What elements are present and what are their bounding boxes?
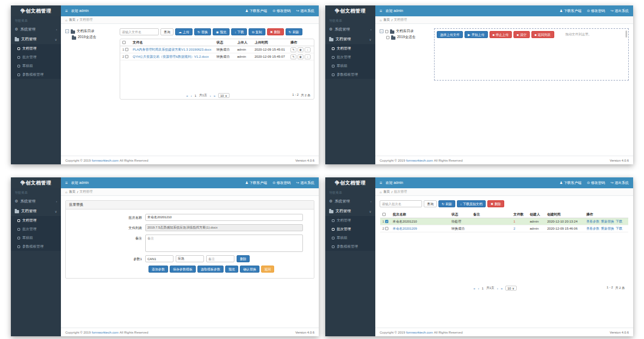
sidebar-item-param-template[interactable]: 参数模板管理: [325, 70, 375, 79]
search-button[interactable]: 查询: [160, 28, 174, 35]
col-remark[interactable]: 备注: [472, 212, 512, 217]
sidebar-item-system[interactable]: ⚙系统管理‹: [11, 196, 61, 206]
col-status[interactable]: 状态: [450, 212, 472, 217]
breadcrumb-home[interactable]: 首页: [69, 17, 76, 22]
col-create-time[interactable]: 创建时间: [546, 212, 585, 217]
page-size-select[interactable]: 10∨: [218, 93, 230, 98]
tree-checkbox[interactable]: [385, 30, 388, 33]
footer-link[interactable]: formworktech.com: [406, 331, 433, 334]
col-status[interactable]: 状态: [215, 40, 236, 45]
breadcrumb-home[interactable]: 首页: [69, 189, 76, 194]
row-checkbox[interactable]: [385, 227, 388, 230]
change-password-link[interactable]: ⊙修改密码: [273, 9, 290, 14]
download-link[interactable]: 下载: [616, 220, 622, 223]
edit-icon-button[interactable]: ✎: [290, 54, 296, 59]
start-upload-button[interactable]: ▶开始上传: [465, 31, 488, 38]
logout-link[interactable]: ↪退出系统: [296, 181, 314, 186]
page-number[interactable]: 1: [195, 94, 196, 97]
change-password-link[interactable]: ⊙修改密码: [273, 181, 290, 186]
file-count[interactable]: 2: [512, 227, 528, 230]
remark-textarea[interactable]: [145, 235, 303, 252]
save-template-button[interactable]: 保存参数模板: [170, 266, 196, 273]
sidebar-item-param-template[interactable]: 参数模板管理: [11, 242, 61, 251]
stop-upload-button[interactable]: ■停止上传: [490, 31, 512, 38]
download-link[interactable]: 下载: [616, 227, 622, 230]
view-params-link[interactable]: 查看参数: [586, 220, 599, 223]
col-batch-name[interactable]: 批次名称: [391, 212, 450, 217]
sidebar-item-system[interactable]: ⚙系统管理‹: [325, 24, 375, 34]
menu-toggle-icon[interactable]: ≡: [65, 181, 68, 186]
sidebar-item-draft[interactable]: 草稿箱: [11, 233, 61, 242]
page-first-button[interactable]: «: [474, 287, 475, 290]
edit-icon-button[interactable]: ✎: [290, 47, 296, 52]
sidebar-item-doc-manage[interactable]: 文档管理: [325, 44, 375, 53]
table-row-selected[interactable]: 1 未命名20201210 待处理 1 admin 2020-12-10 20:…: [380, 218, 628, 225]
preview-icon-button[interactable]: ◉: [298, 54, 304, 59]
col-time[interactable]: 上传时间: [253, 40, 289, 45]
replace-button[interactable]: ↻替换: [194, 28, 211, 35]
sidebar-item-system[interactable]: ⚙系统管理‹: [325, 196, 375, 206]
tree-node-root[interactable]: −文档库目录: [380, 28, 430, 34]
download-button[interactable]: ↓下载: [231, 28, 247, 35]
copy-button[interactable]: ⧉复制: [249, 28, 265, 35]
search-button[interactable]: 查询: [424, 200, 437, 207]
download-icon-button[interactable]: ↓: [305, 47, 311, 52]
change-password-link[interactable]: ⊙修改密码: [587, 9, 605, 14]
sidebar-item-batch-manage[interactable]: 批次管理: [325, 53, 375, 61]
col-filename[interactable]: 文件名: [131, 40, 215, 45]
app-logo[interactable]: 争创文档管理: [325, 5, 375, 16]
param-name-input[interactable]: [145, 255, 174, 262]
app-logo[interactable]: 争创文档管理: [325, 177, 375, 188]
back-button[interactable]: 返回: [261, 266, 274, 273]
tree-node-child[interactable]: 2019全运会: [72, 34, 115, 40]
row-checkbox[interactable]: [385, 220, 388, 223]
upload-dropzone[interactable]: 选择上传文件 ▶开始上传 ■停止上传 ■清空 ■返回列表 拖动文件到这里。: [434, 28, 629, 81]
file-link[interactable]: QYH公共资源交易（资源管理&数据规则）V1.2.docx: [131, 54, 215, 59]
sidebar-item-param-template[interactable]: 参数模板管理: [11, 70, 61, 79]
row-checkbox[interactable]: [125, 55, 128, 58]
batch-name-input[interactable]: [145, 214, 303, 221]
refresh-button[interactable]: ↻刷新: [438, 200, 455, 207]
upload-button[interactable]: ☁上传: [175, 28, 193, 35]
sidebar-item-batch-manage[interactable]: 批次管理: [11, 53, 61, 61]
delete-button[interactable]: ✖删除: [487, 200, 504, 207]
footer-link[interactable]: formworktech.com: [92, 159, 119, 162]
sidebar-item-system[interactable]: ⚙系统管理‹: [11, 24, 61, 34]
sidebar-item-docs[interactable]: 文档管理∨: [325, 206, 375, 216]
change-password-link[interactable]: ⊙修改密码: [587, 181, 605, 186]
delete-button[interactable]: ✖删除: [267, 28, 284, 35]
pick-template-button[interactable]: 选取模板参数: [197, 266, 224, 273]
back-to-list-button[interactable]: ■返回列表: [531, 31, 554, 38]
page-next-button[interactable]: ›: [210, 94, 211, 97]
page-prev-button[interactable]: ‹: [478, 287, 479, 290]
download-icon-button[interactable]: ↓: [305, 54, 311, 59]
sidebar-item-batch-manage[interactable]: 批次管理: [325, 225, 375, 233]
tree-node-child[interactable]: 2019全运会: [386, 34, 430, 40]
page-prev-button[interactable]: ‹: [191, 94, 192, 97]
preview-icon-button[interactable]: ◉: [298, 47, 304, 52]
col-file-count[interactable]: 文件数: [512, 212, 528, 217]
logout-link[interactable]: ↪退出系统: [611, 181, 629, 186]
param-value-input[interactable]: [176, 255, 204, 262]
menu-toggle-icon[interactable]: ≡: [380, 9, 382, 14]
sidebar-item-draft[interactable]: 草稿箱: [11, 61, 61, 70]
menu-toggle-icon[interactable]: ≡: [65, 9, 68, 14]
download-client-link[interactable]: ♟下载客户端: [245, 9, 267, 14]
page-last-button[interactable]: »: [214, 94, 215, 97]
param-remark-input[interactable]: [206, 255, 234, 262]
tree-collapse-icon[interactable]: −: [380, 29, 383, 33]
download-client-link[interactable]: ♟下载客户端: [560, 9, 581, 14]
file-count[interactable]: 1: [512, 220, 528, 223]
tree-collapse-icon[interactable]: −: [65, 29, 69, 33]
add-param-button[interactable]: 添加参数: [148, 266, 168, 273]
confirm-replace-button[interactable]: 确认替换: [240, 266, 259, 273]
logout-link[interactable]: ↪退出系统: [296, 9, 314, 14]
app-logo[interactable]: 争创文档管理: [11, 177, 61, 188]
sidebar-item-docs[interactable]: 文档管理∨: [11, 206, 61, 216]
sidebar-item-doc-manage[interactable]: 文档管理: [11, 216, 61, 225]
sidebar-item-docs[interactable]: 文档管理∨: [11, 34, 61, 44]
re-replace-link[interactable]: 重新替换: [601, 227, 614, 230]
table-row[interactable]: 2 QYH公共资源交易（资源管理&数据规则）V1.2.docx 转换成功 adm…: [120, 53, 314, 60]
footer-link[interactable]: formworktech.com: [92, 331, 119, 334]
row-checkbox[interactable]: [125, 48, 128, 51]
